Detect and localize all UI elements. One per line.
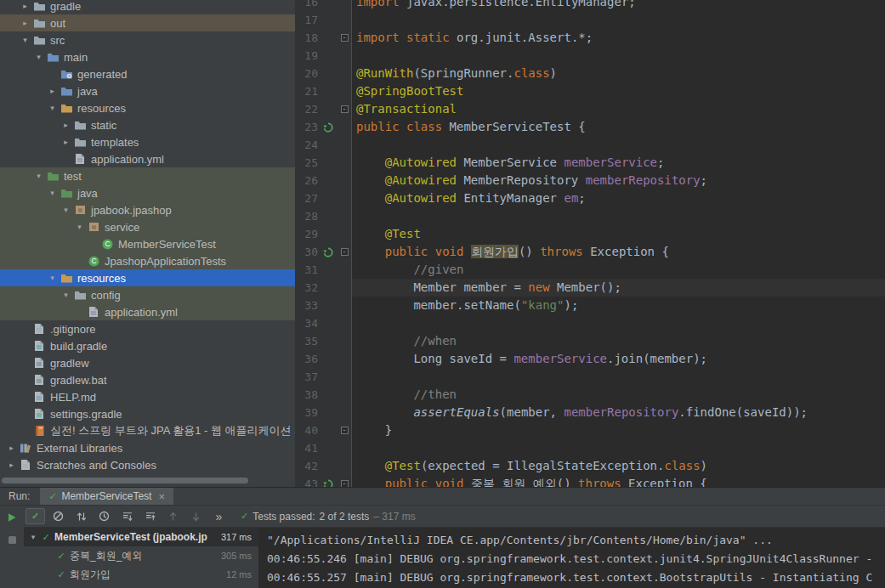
chevron-collapsed-icon[interactable]: ▸ — [60, 138, 72, 146]
code-text[interactable]: @Transactional — [352, 100, 457, 118]
tree-item[interactable]: ▸templates — [0, 133, 295, 150]
code-text[interactable]: Member member = new Member(); — [352, 279, 621, 297]
gutter-fold-spacer — [338, 0, 351, 11]
tree-item[interactable]: settings.gradle — [0, 405, 295, 422]
tree-item[interactable]: ▾main — [0, 48, 295, 65]
chevron-expanded-icon[interactable]: ▾ — [19, 36, 31, 44]
next-failed-test-icon[interactable] — [184, 507, 207, 526]
tree-item[interactable]: ▸java — [0, 82, 295, 99]
code-text[interactable] — [352, 368, 356, 386]
tree-item[interactable]: CJpashopApplicationTests — [0, 252, 295, 269]
tree-item[interactable]: gradlew — [0, 354, 295, 371]
code-text[interactable]: } — [352, 421, 392, 439]
tree-item[interactable]: ▾java — [0, 184, 295, 201]
tree-item[interactable]: ▾resources — [0, 269, 295, 286]
test-result-row[interactable]: ✓중복_회원_예외305 ms — [24, 546, 258, 565]
chevron-collapsed-icon[interactable]: ▸ — [19, 2, 31, 10]
sort-by-duration-icon[interactable] — [93, 507, 116, 526]
code-text[interactable] — [352, 11, 356, 29]
tree-item[interactable]: ▾resources — [0, 99, 295, 116]
code-text[interactable]: @Test(expected = IllegalStateException.c… — [352, 457, 707, 475]
collapse-all-icon[interactable] — [139, 507, 162, 526]
sort-alphabetically-icon[interactable] — [70, 507, 93, 526]
fold-icon[interactable]: - — [338, 29, 351, 47]
code-text[interactable]: Long saveId = memberService.join(member)… — [352, 350, 707, 368]
rerun-icon[interactable] — [3, 510, 20, 525]
tree-item[interactable]: ▾service — [0, 218, 295, 235]
close-icon[interactable]: × — [156, 490, 165, 503]
chevron-expanded-icon[interactable]: ▾ — [73, 223, 86, 231]
tree-item[interactable]: gradlew.bat — [0, 371, 295, 388]
code-text[interactable] — [352, 207, 356, 225]
chevron-expanded-icon[interactable]: ▾ — [32, 53, 45, 61]
tree-item[interactable]: 실전! 스프링 부트와 JPA 활용1 - 웹 애플리케이션 개발 — [0, 422, 295, 439]
chevron-expanded-icon[interactable]: ▾ — [46, 104, 59, 112]
test-result-row[interactable]: ✓회원가입12 ms — [24, 565, 258, 584]
show-passed-icon[interactable]: ✓ — [26, 508, 45, 524]
chevron-expanded-icon[interactable]: ▾ — [60, 206, 72, 214]
tree-item[interactable]: generated — [0, 65, 295, 82]
tree-item[interactable]: HELP.md — [0, 388, 295, 405]
code-text[interactable]: public void 회원가입() throws Exception { — [352, 243, 669, 261]
stop-icon[interactable] — [3, 532, 20, 547]
code-text[interactable]: @Autowired MemberRepository memberReposi… — [352, 172, 707, 189]
show-ignored-icon[interactable] — [47, 507, 70, 526]
tree-item[interactable]: ▾src — [0, 31, 295, 48]
tree-item[interactable]: application.yml — [0, 150, 295, 167]
run-test-gutter-icon[interactable] — [318, 475, 338, 487]
code-text[interactable]: //then — [352, 386, 457, 404]
tree-item[interactable]: ▸Scratches and Consoles — [0, 456, 295, 473]
fold-icon[interactable]: - — [338, 243, 351, 261]
tree-item[interactable]: ▸gradle — [0, 0, 295, 14]
tree-item[interactable]: application.yml — [0, 303, 295, 320]
code-text[interactable]: @Autowired EntityManager em; — [352, 189, 586, 207]
tree-item[interactable]: ▾test — [0, 167, 295, 184]
code-text[interactable]: @Test — [352, 225, 421, 243]
chevron-collapsed-icon[interactable]: ▸ — [19, 19, 31, 27]
code-text[interactable] — [352, 314, 356, 332]
tree-item[interactable]: ▾jpabook.jpashop — [0, 201, 295, 218]
run-tab-memberservicetest[interactable]: ✓ MemberServiceTest × — [40, 488, 173, 505]
chevron-expanded-icon[interactable]: ▾ — [46, 274, 59, 282]
tree-item[interactable]: ▸out — [0, 14, 295, 31]
tree-item[interactable]: ▸static — [0, 116, 295, 133]
run-test-gutter-icon[interactable] — [318, 118, 338, 136]
previous-failed-test-icon[interactable] — [162, 507, 184, 526]
tree-item[interactable]: ▸External Libraries — [0, 439, 295, 456]
code-editor[interactable]: 16import javax.persistence.EntityManager… — [295, 0, 885, 487]
fold-icon[interactable]: - — [338, 475, 351, 487]
chevron-collapsed-icon[interactable]: ▸ — [46, 87, 59, 95]
code-text[interactable]: public void 중복_회원_예외() throws Exception … — [352, 475, 707, 487]
code-text[interactable] — [352, 47, 356, 65]
code-text[interactable]: @SpringBootTest — [352, 82, 463, 100]
chevron-collapsed-icon[interactable]: ▸ — [5, 444, 18, 452]
code-text[interactable]: import javax.persistence.EntityManager; — [352, 0, 636, 11]
tree-item[interactable]: CMemberServiceTest — [0, 235, 295, 252]
code-text[interactable]: //given — [352, 261, 463, 279]
code-text[interactable]: member.setName("kang"); — [352, 297, 578, 314]
chevron-expanded-icon[interactable]: ▾ — [46, 189, 59, 197]
chevron-expanded-icon[interactable]: ▾ — [60, 291, 72, 299]
code-text[interactable]: //when — [352, 332, 457, 350]
code-text[interactable]: @Autowired MemberService memberService; — [352, 154, 664, 172]
run-test-gutter-icon[interactable] — [318, 243, 338, 261]
more-actions-icon[interactable]: » — [207, 507, 230, 526]
code-text[interactable]: @RunWith(SpringRunner.class) — [352, 65, 557, 82]
tree-item[interactable]: build.gradle — [0, 337, 295, 354]
chevron-collapsed-icon[interactable]: ▸ — [60, 121, 72, 129]
expand-all-icon[interactable] — [116, 507, 139, 526]
horizontal-scrollbar[interactable] — [2, 478, 248, 483]
chevron-collapsed-icon[interactable]: ▸ — [5, 461, 18, 469]
fold-icon[interactable]: - — [338, 421, 351, 439]
tree-item[interactable]: .gitignore — [0, 320, 295, 337]
fold-icon[interactable]: - — [338, 100, 351, 118]
tree-item[interactable]: ▾config — [0, 286, 295, 303]
code-text[interactable]: import static org.junit.Assert.*; — [352, 29, 593, 47]
test-result-row[interactable]: ▾✓MemberServiceTest (jpabook.jp317 ms — [24, 528, 258, 546]
code-text[interactable] — [352, 439, 356, 457]
chevron-expanded-icon[interactable]: ▾ — [27, 533, 39, 541]
code-text[interactable]: assertEquals(member, memberRepository.fi… — [352, 404, 808, 421]
chevron-expanded-icon[interactable]: ▾ — [32, 172, 45, 180]
code-text[interactable] — [352, 136, 356, 154]
code-text[interactable]: public class MemberServiceTest { — [352, 118, 586, 136]
